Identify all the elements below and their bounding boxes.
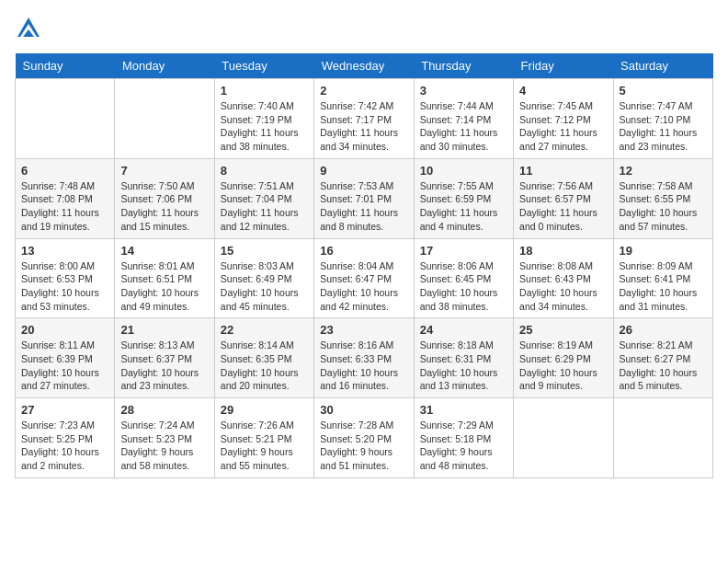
day-info: Sunrise: 7:55 AM Sunset: 6:59 PM Dayligh… — [420, 179, 507, 234]
calendar-cell: 29Sunrise: 7:26 AM Sunset: 5:21 PM Dayli… — [214, 398, 313, 478]
logo — [15, 15, 46, 42]
day-number: 19 — [620, 244, 707, 258]
day-info: Sunrise: 7:50 AM Sunset: 7:06 PM Dayligh… — [120, 179, 208, 234]
day-number: 16 — [320, 244, 407, 258]
calendar-cell: 13Sunrise: 8:00 AM Sunset: 6:53 PM Dayli… — [16, 238, 115, 318]
day-info: Sunrise: 8:14 AM Sunset: 6:35 PM Dayligh… — [221, 339, 308, 393]
day-number: 18 — [519, 244, 607, 258]
day-info: Sunrise: 7:53 AM Sunset: 7:01 PM Dayligh… — [320, 179, 407, 234]
day-number: 12 — [620, 164, 707, 178]
day-info: Sunrise: 7:45 AM Sunset: 7:12 PM Dayligh… — [519, 99, 607, 154]
calendar-cell: 12Sunrise: 7:58 AM Sunset: 6:55 PM Dayli… — [613, 158, 712, 238]
calendar-cell: 24Sunrise: 8:18 AM Sunset: 6:31 PM Dayli… — [414, 318, 513, 398]
calendar-cell: 18Sunrise: 8:08 AM Sunset: 6:43 PM Dayli… — [514, 238, 613, 318]
day-number: 30 — [320, 403, 407, 417]
day-number: 26 — [620, 323, 707, 337]
day-number: 9 — [320, 164, 407, 178]
calendar-cell: 8Sunrise: 7:51 AM Sunset: 7:04 PM Daylig… — [214, 158, 313, 238]
day-number: 6 — [21, 164, 108, 178]
calendar-cell: 30Sunrise: 7:28 AM Sunset: 5:20 PM Dayli… — [314, 398, 414, 478]
calendar-cell: 20Sunrise: 8:11 AM Sunset: 6:39 PM Dayli… — [16, 318, 115, 398]
day-info: Sunrise: 7:56 AM Sunset: 6:57 PM Dayligh… — [519, 179, 607, 234]
day-info: Sunrise: 8:11 AM Sunset: 6:39 PM Dayligh… — [21, 339, 108, 393]
day-info: Sunrise: 7:23 AM Sunset: 5:25 PM Dayligh… — [21, 419, 108, 473]
day-number: 14 — [120, 244, 208, 258]
calendar-cell: 19Sunrise: 8:09 AM Sunset: 6:41 PM Dayli… — [613, 238, 712, 318]
calendar-cell: 28Sunrise: 7:24 AM Sunset: 5:23 PM Dayli… — [115, 398, 214, 478]
day-number: 10 — [420, 164, 507, 178]
day-header-sunday: Sunday — [16, 53, 115, 79]
day-number: 5 — [620, 84, 707, 98]
header — [15, 15, 713, 42]
calendar-cell: 5Sunrise: 7:47 AM Sunset: 7:10 PM Daylig… — [613, 79, 712, 159]
calendar-table: SundayMondayTuesdayWednesdayThursdayFrid… — [15, 53, 713, 478]
calendar-cell: 16Sunrise: 8:04 AM Sunset: 6:47 PM Dayli… — [314, 238, 414, 318]
day-info: Sunrise: 7:29 AM Sunset: 5:18 PM Dayligh… — [420, 419, 507, 473]
calendar-cell — [613, 398, 712, 478]
day-number: 3 — [420, 84, 507, 98]
day-number: 7 — [120, 164, 208, 178]
calendar-week-row: 27Sunrise: 7:23 AM Sunset: 5:25 PM Dayli… — [16, 398, 713, 478]
calendar-cell: 23Sunrise: 8:16 AM Sunset: 6:33 PM Dayli… — [314, 318, 414, 398]
calendar-week-row: 1Sunrise: 7:40 AM Sunset: 7:19 PM Daylig… — [16, 79, 713, 159]
day-number: 1 — [221, 84, 308, 98]
day-number: 20 — [21, 323, 108, 337]
day-header-monday: Monday — [115, 53, 214, 79]
calendar-cell: 7Sunrise: 7:50 AM Sunset: 7:06 PM Daylig… — [115, 158, 214, 238]
calendar-cell: 17Sunrise: 8:06 AM Sunset: 6:45 PM Dayli… — [414, 238, 513, 318]
day-info: Sunrise: 8:03 AM Sunset: 6:49 PM Dayligh… — [221, 259, 308, 314]
day-info: Sunrise: 8:21 AM Sunset: 6:27 PM Dayligh… — [620, 339, 707, 393]
day-number: 17 — [420, 244, 507, 258]
calendar-cell: 1Sunrise: 7:40 AM Sunset: 7:19 PM Daylig… — [214, 79, 313, 159]
calendar-cell: 2Sunrise: 7:42 AM Sunset: 7:17 PM Daylig… — [314, 79, 414, 159]
calendar-cell: 26Sunrise: 8:21 AM Sunset: 6:27 PM Dayli… — [613, 318, 712, 398]
calendar-cell: 4Sunrise: 7:45 AM Sunset: 7:12 PM Daylig… — [514, 79, 613, 159]
day-header-tuesday: Tuesday — [214, 53, 313, 79]
day-info: Sunrise: 7:58 AM Sunset: 6:55 PM Dayligh… — [620, 179, 707, 234]
day-number: 13 — [21, 244, 108, 258]
day-header-saturday: Saturday — [613, 53, 712, 79]
day-number: 11 — [519, 164, 607, 178]
day-info: Sunrise: 8:19 AM Sunset: 6:29 PM Dayligh… — [519, 339, 607, 393]
calendar-cell: 15Sunrise: 8:03 AM Sunset: 6:49 PM Dayli… — [214, 238, 313, 318]
day-header-friday: Friday — [514, 53, 613, 79]
calendar-header-row: SundayMondayTuesdayWednesdayThursdayFrid… — [16, 53, 713, 79]
calendar-cell: 11Sunrise: 7:56 AM Sunset: 6:57 PM Dayli… — [514, 158, 613, 238]
calendar-cell: 22Sunrise: 8:14 AM Sunset: 6:35 PM Dayli… — [214, 318, 313, 398]
calendar-week-row: 6Sunrise: 7:48 AM Sunset: 7:08 PM Daylig… — [16, 158, 713, 238]
day-info: Sunrise: 8:16 AM Sunset: 6:33 PM Dayligh… — [320, 339, 407, 393]
day-info: Sunrise: 7:28 AM Sunset: 5:20 PM Dayligh… — [320, 419, 407, 473]
calendar-week-row: 13Sunrise: 8:00 AM Sunset: 6:53 PM Dayli… — [16, 238, 713, 318]
day-number: 29 — [221, 403, 308, 417]
day-info: Sunrise: 7:47 AM Sunset: 7:10 PM Dayligh… — [620, 99, 707, 154]
calendar-cell: 10Sunrise: 7:55 AM Sunset: 6:59 PM Dayli… — [414, 158, 513, 238]
logo-icon — [15, 15, 42, 42]
day-info: Sunrise: 8:13 AM Sunset: 6:37 PM Dayligh… — [120, 339, 208, 393]
calendar-cell: 27Sunrise: 7:23 AM Sunset: 5:25 PM Dayli… — [16, 398, 115, 478]
day-number: 27 — [21, 403, 108, 417]
day-number: 21 — [120, 323, 208, 337]
calendar-cell — [16, 79, 115, 159]
day-info: Sunrise: 7:51 AM Sunset: 7:04 PM Dayligh… — [221, 179, 308, 234]
calendar-cell — [115, 79, 214, 159]
day-number: 31 — [420, 403, 507, 417]
day-info: Sunrise: 8:01 AM Sunset: 6:51 PM Dayligh… — [120, 259, 208, 314]
calendar-week-row: 20Sunrise: 8:11 AM Sunset: 6:39 PM Dayli… — [16, 318, 713, 398]
day-info: Sunrise: 7:40 AM Sunset: 7:19 PM Dayligh… — [221, 99, 308, 154]
day-info: Sunrise: 7:44 AM Sunset: 7:14 PM Dayligh… — [420, 99, 507, 154]
day-number: 24 — [420, 323, 507, 337]
calendar-cell: 9Sunrise: 7:53 AM Sunset: 7:01 PM Daylig… — [314, 158, 414, 238]
day-info: Sunrise: 8:18 AM Sunset: 6:31 PM Dayligh… — [420, 339, 507, 393]
calendar-cell: 31Sunrise: 7:29 AM Sunset: 5:18 PM Dayli… — [414, 398, 513, 478]
day-info: Sunrise: 7:42 AM Sunset: 7:17 PM Dayligh… — [320, 99, 407, 154]
day-number: 2 — [320, 84, 407, 98]
day-number: 22 — [221, 323, 308, 337]
day-info: Sunrise: 8:00 AM Sunset: 6:53 PM Dayligh… — [21, 259, 108, 314]
day-number: 4 — [519, 84, 607, 98]
day-info: Sunrise: 8:04 AM Sunset: 6:47 PM Dayligh… — [320, 259, 407, 314]
day-number: 25 — [519, 323, 607, 337]
calendar-cell: 6Sunrise: 7:48 AM Sunset: 7:08 PM Daylig… — [16, 158, 115, 238]
day-info: Sunrise: 8:06 AM Sunset: 6:45 PM Dayligh… — [420, 259, 507, 314]
day-info: Sunrise: 7:48 AM Sunset: 7:08 PM Dayligh… — [21, 179, 108, 234]
day-number: 8 — [221, 164, 308, 178]
